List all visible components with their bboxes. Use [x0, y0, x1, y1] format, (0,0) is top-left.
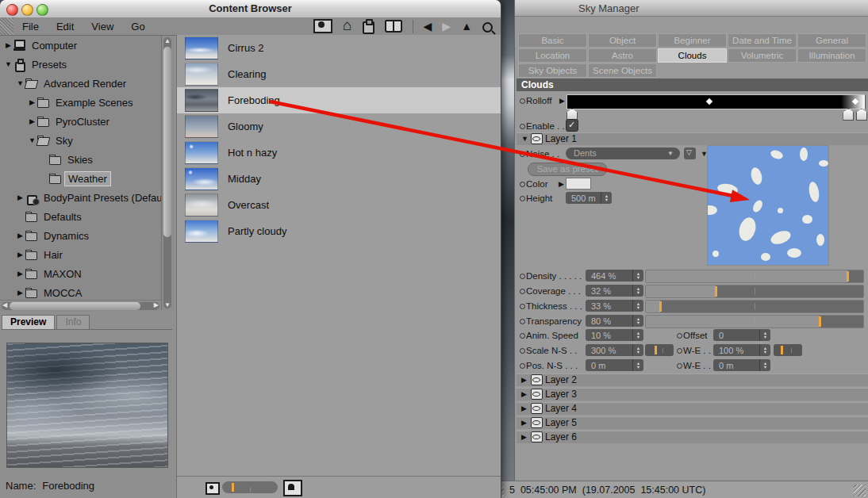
- anim-dot[interactable]: [520, 98, 525, 104]
- spinner-value[interactable]: 32 %: [586, 286, 632, 296]
- menu-file[interactable]: File: [13, 21, 48, 33]
- stepper-arrows-icon[interactable]: [601, 192, 612, 204]
- expander-icon[interactable]: ▼: [16, 79, 25, 87]
- expander-icon[interactable]: ▼: [4, 60, 13, 68]
- menubar-grip[interactable]: [0, 17, 13, 35]
- tree-horizontal-scrollbar[interactable]: ◀ ▶: [0, 300, 161, 312]
- tab-location[interactable]: Location: [518, 48, 587, 63]
- noise-preview-image[interactable]: [707, 145, 829, 266]
- anim-dot[interactable]: [520, 124, 525, 129]
- anim-dot[interactable]: [677, 348, 682, 354]
- tree-item[interactable]: ▶PyroCluster: [0, 112, 161, 131]
- expander-icon[interactable]: ▶: [16, 289, 25, 297]
- spinner-value[interactable]: 0 m: [586, 361, 632, 370]
- expander-icon[interactable]: ▶: [16, 251, 25, 259]
- param-spinner[interactable]: 0 m: [586, 359, 643, 371]
- expander-icon[interactable]: ▶: [521, 376, 527, 384]
- tree-item[interactable]: Skies: [0, 150, 161, 169]
- param-spinner[interactable]: 464 %: [586, 270, 643, 282]
- content-browser-mode-icon[interactable]: [313, 19, 332, 33]
- scroll-down-icon[interactable]: ▼: [164, 301, 171, 308]
- color-swatch[interactable]: [566, 178, 591, 190]
- tab-info[interactable]: Info: [56, 315, 90, 329]
- list-item[interactable]: Overcast: [177, 192, 501, 218]
- scroll-left-icon[interactable]: ◀: [2, 301, 7, 308]
- list-item[interactable]: Midday: [177, 166, 501, 192]
- enable-checkbox[interactable]: [566, 119, 578, 132]
- menu-view[interactable]: View: [83, 21, 122, 33]
- large-thumbnail-icon[interactable]: [283, 480, 302, 496]
- tab-sky-objects[interactable]: Sky Objects: [518, 63, 587, 78]
- expand-arrow-icon[interactable]: ▶: [559, 97, 565, 105]
- mini-slider[interactable]: [645, 344, 674, 356]
- expander-icon[interactable]: ▶: [521, 390, 527, 398]
- param-slider[interactable]: [645, 285, 864, 298]
- tree-item[interactable]: ▶Dynamics: [0, 226, 161, 245]
- scrollbar-thumb[interactable]: [163, 47, 171, 237]
- tree-item[interactable]: ▶MAXON: [0, 264, 161, 283]
- anim-dot[interactable]: [677, 333, 682, 339]
- expander-icon[interactable]: ▶: [521, 404, 527, 412]
- spinner-value[interactable]: 100 %: [713, 346, 759, 355]
- spinner-value[interactable]: 80 %: [586, 316, 632, 326]
- stepper-arrows-icon[interactable]: [632, 315, 643, 327]
- list-item[interactable]: Gloomy: [177, 113, 501, 140]
- param-spinner[interactable]: 100 %: [713, 344, 770, 356]
- save-as-preset-button[interactable]: Save as preset: [528, 163, 607, 176]
- param-spinner[interactable]: 0: [713, 329, 770, 341]
- tree-item[interactable]: ▶BodyPaint Presets (Defaul: [0, 188, 161, 207]
- stepper-arrows-icon[interactable]: [632, 300, 643, 312]
- slider-marker[interactable]: [819, 316, 821, 327]
- stepper-arrows-icon[interactable]: [632, 285, 643, 297]
- presets-jar-icon[interactable]: [363, 21, 374, 34]
- up-icon[interactable]: [461, 19, 472, 33]
- tree-item[interactable]: ▶MOCCA: [0, 283, 161, 300]
- expander-icon[interactable]: ▶: [16, 270, 25, 278]
- spinner-value[interactable]: 0: [713, 331, 759, 340]
- stepper-arrows-icon[interactable]: [632, 344, 643, 356]
- sky-manager-titlebar[interactable]: Sky Manager: [515, 0, 868, 17]
- expander-icon[interactable]: ▶: [28, 98, 36, 106]
- tab-basic[interactable]: Basic: [518, 33, 587, 48]
- stepper-arrows-icon[interactable]: [759, 344, 770, 356]
- slider-marker[interactable]: [781, 346, 783, 354]
- slider-marker[interactable]: [655, 346, 657, 354]
- height-spinner[interactable]: 500 m: [566, 192, 612, 204]
- menu-go[interactable]: Go: [122, 21, 153, 33]
- tab-scene-objects[interactable]: Scene Objects: [588, 63, 657, 78]
- tab-illumination[interactable]: Illumination: [797, 48, 866, 63]
- param-spinner[interactable]: 33 %: [586, 300, 643, 312]
- layer-group-header[interactable]: ▼ Layer 1: [517, 132, 868, 145]
- tree-item[interactable]: ▼Presets: [0, 55, 161, 74]
- layer-group-header[interactable]: ▶Layer 2: [517, 374, 868, 386]
- tree-item[interactable]: ▶Hair: [0, 245, 161, 264]
- list-item[interactable]: Partly cloudy: [177, 218, 501, 244]
- expand-arrow-icon[interactable]: ▶: [559, 180, 564, 188]
- gradient-handle-icon[interactable]: [843, 109, 854, 121]
- tree-item[interactable]: Weather: [0, 169, 161, 188]
- tab-general[interactable]: General: [797, 33, 866, 48]
- expander-icon[interactable]: ▶: [521, 433, 527, 441]
- param-spinner[interactable]: 10 %: [586, 329, 643, 341]
- content-browser-titlebar[interactable]: Content Browser: [0, 0, 501, 18]
- small-thumbnail-icon[interactable]: [205, 482, 220, 495]
- layer-group-header[interactable]: ▶Layer 6: [517, 431, 868, 443]
- mini-slider[interactable]: [774, 344, 802, 356]
- anim-dot[interactable]: [520, 274, 525, 279]
- param-spinner[interactable]: 80 %: [586, 315, 643, 327]
- slider-marker[interactable]: [715, 286, 717, 297]
- param-spinner[interactable]: 32 %: [586, 285, 643, 297]
- slider-marker[interactable]: [659, 301, 662, 312]
- spinner-value[interactable]: 10 %: [586, 331, 632, 340]
- tree-item[interactable]: ▼Sky: [0, 131, 161, 150]
- stepper-arrows-icon[interactable]: [759, 329, 770, 341]
- scroll-right-icon[interactable]: ▶: [154, 301, 159, 308]
- spinner-value[interactable]: 0 m: [713, 361, 759, 370]
- forward-icon[interactable]: [442, 19, 451, 33]
- tab-volumetric[interactable]: Volumetric: [728, 48, 797, 63]
- spinner-value[interactable]: 464 %: [586, 271, 632, 281]
- tree-item[interactable]: ▶Example Scenes: [0, 93, 161, 112]
- catalog-book-icon[interactable]: [385, 20, 402, 33]
- layer-eye-icon[interactable]: [531, 403, 543, 414]
- stepper-arrows-icon[interactable]: [632, 359, 643, 371]
